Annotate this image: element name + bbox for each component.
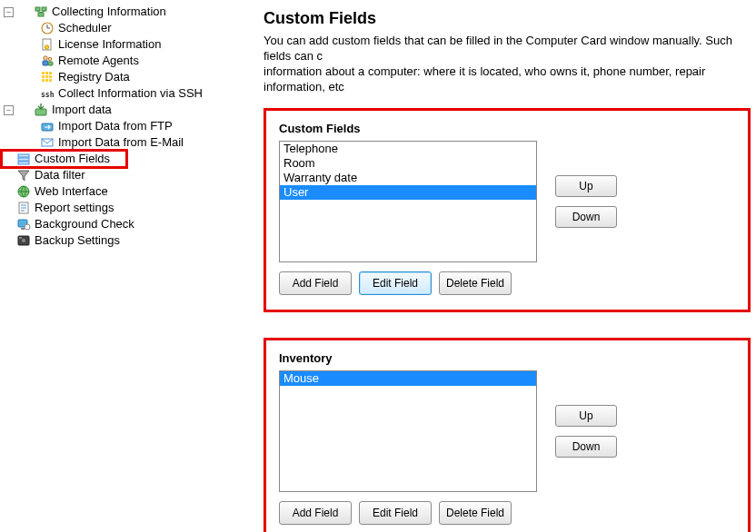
- bgcheck-icon: [16, 217, 31, 232]
- svg-point-12: [48, 57, 52, 61]
- reorder-buttons: UpDown: [550, 370, 617, 492]
- panel-body: TelephoneRoomWarranty dateUserUpDown: [279, 141, 735, 262]
- page-description: You can add custom fields that can be fi…: [264, 34, 756, 95]
- svg-rect-11: [43, 61, 48, 65]
- import-icon: [34, 103, 48, 117]
- panel-custom-fields: Custom FieldsTelephoneRoomWarranty dateU…: [264, 108, 751, 312]
- svg-rect-1: [42, 7, 46, 11]
- sidebar-item-label: License Information: [58, 36, 161, 53]
- sidebar-item-scheduler[interactable]: Scheduler: [38, 20, 114, 36]
- main-content: Custom Fields You can add custom fields …: [264, 0, 756, 532]
- sidebar-item-label: Data filter: [35, 167, 85, 183]
- sidebar-item-label: Web Interface: [35, 183, 108, 200]
- svg-point-37: [25, 224, 30, 230]
- agents-icon: [40, 54, 55, 68]
- svg-rect-20: [42, 79, 45, 82]
- sidebar-item-import-data[interactable]: −Import data: [2, 102, 114, 118]
- panel-body: MouseUpDown: [279, 370, 735, 492]
- sidebar-item-remote-agents[interactable]: Remote Agents: [38, 53, 141, 69]
- sidebar-item-label: Collect Information via SSH: [58, 85, 203, 102]
- svg-rect-21: [45, 79, 48, 82]
- svg-rect-2: [38, 13, 44, 16]
- list-item[interactable]: User: [280, 185, 536, 200]
- down-button[interactable]: Down: [555, 206, 617, 228]
- svg-point-9: [45, 45, 48, 49]
- svg-rect-28: [18, 158, 29, 161]
- sidebar-item-label: Import Data from FTP: [58, 118, 173, 134]
- report-icon: [16, 201, 31, 215]
- svg-rect-14: [42, 72, 45, 74]
- svg-rect-16: [49, 72, 52, 74]
- clock-icon: [40, 21, 55, 35]
- list-item[interactable]: Room: [280, 156, 536, 171]
- delete-field-button[interactable]: Delete Field: [439, 501, 512, 525]
- edit-field-button[interactable]: Edit Field: [359, 271, 432, 295]
- svg-rect-29: [18, 162, 29, 164]
- add-field-button[interactable]: Add Field: [279, 271, 352, 295]
- reorder-buttons: UpDown: [550, 141, 617, 262]
- sidebar-item-data-filter[interactable]: Data filter: [2, 167, 87, 183]
- registry-icon: [40, 70, 55, 84]
- up-button[interactable]: Up: [555, 405, 617, 427]
- add-field-button[interactable]: Add Field: [279, 501, 352, 525]
- edit-field-button[interactable]: Edit Field: [359, 501, 432, 525]
- svg-rect-19: [49, 75, 52, 78]
- sidebar-item-backup-settings[interactable]: Backup Settings: [2, 232, 122, 249]
- filter-icon: [16, 168, 31, 182]
- sidebar-item-web-interface[interactable]: Web Interface: [2, 183, 110, 200]
- sidebar-item-label: Registry Data: [58, 69, 130, 85]
- svg-rect-0: [35, 7, 40, 11]
- action-buttons: Add FieldEdit FieldDelete Field: [279, 271, 735, 295]
- sidebar-item-background-check[interactable]: Background Check: [2, 216, 136, 232]
- svg-rect-36: [21, 228, 25, 230]
- sidebar-item-label: Report settings: [35, 200, 114, 216]
- sidebar-item-collecting-information[interactable]: −Collecting Information: [2, 4, 168, 20]
- ssh-icon: ssh: [40, 86, 55, 101]
- listbox[interactable]: TelephoneRoomWarranty dateUser: [279, 141, 537, 262]
- mail-icon: [40, 135, 55, 150]
- sidebar-item-collect-information-via-ssh[interactable]: sshCollect Information via SSH: [38, 85, 204, 102]
- tree-toggle-icon[interactable]: −: [4, 7, 14, 17]
- listbox[interactable]: Mouse: [279, 370, 537, 492]
- sidebar-item-label: Collecting Information: [52, 4, 166, 20]
- sidebar-item-registry-data[interactable]: Registry Data: [38, 69, 132, 85]
- svg-rect-17: [42, 75, 45, 78]
- list-item[interactable]: Warranty date: [280, 171, 536, 185]
- svg-rect-24: [35, 109, 46, 115]
- sidebar: −Collecting InformationSchedulerLicense …: [0, 0, 264, 532]
- sidebar-item-import-data-from-ftp[interactable]: Import Data from FTP: [38, 118, 174, 134]
- fields-icon: [16, 152, 31, 166]
- tree-connector: [15, 110, 34, 111]
- sidebar-item-label: Remote Agents: [58, 53, 139, 69]
- sidebar-item-custom-fields[interactable]: Custom Fields: [2, 151, 126, 167]
- action-buttons: Add FieldEdit FieldDelete Field: [279, 501, 735, 525]
- svg-rect-15: [45, 72, 48, 74]
- sidebar-item-label: Import Data from E-Mail: [58, 134, 184, 151]
- list-item[interactable]: Telephone: [280, 142, 536, 156]
- sidebar-item-license-information[interactable]: License Information: [38, 36, 163, 53]
- svg-point-39: [22, 239, 25, 242]
- down-button[interactable]: Down: [555, 436, 617, 458]
- svg-point-10: [44, 56, 47, 60]
- list-item[interactable]: Mouse: [280, 371, 536, 386]
- sidebar-item-label: Custom Fields: [35, 151, 110, 167]
- svg-rect-22: [49, 79, 52, 82]
- sidebar-item-import-data-from-e-mail[interactable]: Import Data from E-Mail: [38, 134, 185, 151]
- license-icon: [40, 37, 55, 52]
- svg-text:ssh: ssh: [41, 91, 55, 99]
- tree-connector: [15, 12, 34, 13]
- page-desc-line1: You can add custom fields that can be fi…: [264, 34, 732, 63]
- tree-toggle-icon[interactable]: −: [4, 105, 14, 115]
- backup-icon: [16, 233, 31, 248]
- svg-rect-40: [19, 237, 22, 239]
- svg-rect-18: [45, 75, 48, 78]
- sidebar-item-label: Import data: [52, 102, 112, 118]
- page-desc-line2: information about a computer: where it i…: [264, 64, 705, 94]
- panel-title: Inventory: [279, 351, 735, 365]
- page-title: Custom Fields: [264, 9, 756, 28]
- delete-field-button[interactable]: Delete Field: [439, 271, 512, 295]
- sidebar-item-report-settings[interactable]: Report settings: [2, 200, 115, 216]
- sidebar-item-label: Backup Settings: [35, 232, 120, 249]
- up-button[interactable]: Up: [555, 175, 617, 197]
- panel-inventory: InventoryMouseUpDownAdd FieldEdit FieldD…: [264, 338, 751, 532]
